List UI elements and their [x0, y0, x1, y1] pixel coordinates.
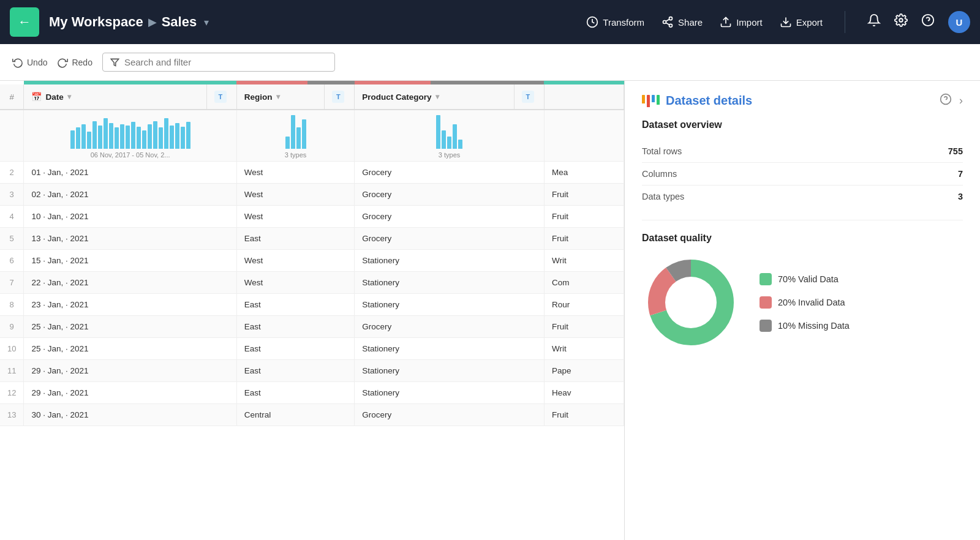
redo-icon [57, 57, 68, 68]
panel-chart-icon [642, 95, 660, 107]
panel-help-button[interactable] [940, 93, 952, 108]
search-box[interactable] [102, 53, 335, 72]
back-button[interactable]: ← [10, 7, 39, 37]
cell-category: Stationery [355, 250, 545, 272]
table-row[interactable]: 4 10 · Jan, · 2021 West Grocery Fruit [0, 206, 624, 228]
overview-row: Total rows755 [642, 140, 963, 163]
table-row[interactable]: 12 29 · Jan, · 2021 East Stationery Heav [0, 382, 624, 404]
toolbar: Undo Redo [0, 44, 980, 81]
table-row[interactable]: 7 22 · Jan, · 2021 West Stationery Com [0, 272, 624, 294]
cell-category: Stationery [355, 360, 545, 382]
import-button[interactable]: Import [720, 16, 763, 28]
cell-category: Stationery [355, 294, 545, 316]
transform-icon [586, 16, 598, 28]
cell-date: 30 · Jan, · 2021 [24, 404, 236, 426]
cell-num: 11 [0, 360, 24, 382]
col-t2: T [325, 84, 355, 110]
table-row[interactable]: 13 30 · Jan, · 2021 Central Grocery Frui… [0, 404, 624, 426]
overview-label: Total rows [642, 146, 682, 156]
overview-rows: Total rows755Columns7Data types3 [642, 140, 963, 208]
col-date[interactable]: 📅 Date ▾ [24, 84, 206, 110]
header-row: # 📅 Date ▾ T Region ▾ [0, 84, 624, 110]
notification-button[interactable] [867, 13, 881, 31]
date-bar-chart [70, 115, 190, 149]
export-button[interactable]: Export [780, 16, 823, 28]
svg-marker-11 [111, 59, 118, 66]
table-row[interactable]: 10 25 · Jan, · 2021 East Stationery Writ [0, 338, 624, 360]
cell-num: 7 [0, 272, 24, 294]
donut-svg [642, 253, 740, 351]
svg-line-5 [666, 19, 669, 21]
legend-label: 70% Valid Data [778, 274, 839, 284]
transform-button[interactable]: Transform [586, 16, 644, 28]
back-arrow-icon: ← [18, 14, 31, 30]
cell-num: 3 [0, 184, 24, 206]
mini-region-chart: 3 types [236, 110, 355, 162]
table-wrapper[interactable]: # 📅 Date ▾ T Region ▾ [0, 81, 624, 540]
cell-num: 12 [0, 382, 24, 404]
col-category[interactable]: Product Category ▾ [355, 84, 514, 110]
col-num: # [0, 84, 24, 110]
undo-button[interactable]: Undo [12, 57, 47, 68]
table-row[interactable]: 11 29 · Jan, · 2021 East Stationery Pape [0, 360, 624, 382]
table-row[interactable]: 8 23 · Jan, · 2021 East Stationery Rour [0, 294, 624, 316]
cell-num: 13 [0, 404, 24, 426]
cell-sub: Com [544, 272, 624, 294]
main-content: # 📅 Date ▾ T Region ▾ [0, 81, 980, 540]
overview-value: 7 [958, 169, 963, 179]
cell-date: 10 · Jan, · 2021 [24, 206, 236, 228]
dataset-dropdown-icon[interactable]: ▾ [204, 17, 209, 28]
svg-point-3 [669, 24, 673, 27]
table-row[interactable]: 3 02 · Jan, · 2021 West Grocery Fruit [0, 184, 624, 206]
panel-expand-button[interactable]: › [959, 94, 963, 107]
redo-button[interactable]: Redo [57, 57, 92, 68]
search-input[interactable] [124, 57, 327, 67]
cell-date: 15 · Jan, · 2021 [24, 250, 236, 272]
cell-region: East [236, 360, 355, 382]
cell-date: 13 · Jan, · 2021 [24, 228, 236, 250]
table-row[interactable]: 5 13 · Jan, · 2021 East Grocery Fruit [0, 228, 624, 250]
sort-region-icon[interactable]: ▾ [276, 92, 280, 101]
table-row[interactable]: 6 15 · Jan, · 2021 West Stationery Writ [0, 250, 624, 272]
section-divider [642, 220, 963, 220]
cell-region: East [236, 316, 355, 338]
cell-region: West [236, 272, 355, 294]
overview-row: Data types3 [642, 186, 963, 208]
table-section: # 📅 Date ▾ T Region ▾ [0, 81, 625, 540]
col-t3: T [514, 84, 544, 110]
cell-sub: Writ [544, 250, 624, 272]
date-chart-label: 06 Nov, 2017 - 05 Nov, 2... [91, 151, 170, 159]
table-row[interactable]: 2 01 · Jan, · 2021 West Grocery Mea [0, 162, 624, 184]
nav-icons: U [867, 11, 970, 33]
avatar: U [948, 11, 970, 33]
settings-button[interactable] [894, 13, 908, 31]
table-row[interactable]: 9 25 · Jan, · 2021 East Grocery Fruit [0, 316, 624, 338]
help-button[interactable] [921, 13, 935, 31]
data-table: # 📅 Date ▾ T Region ▾ [0, 81, 624, 426]
cell-num: 4 [0, 206, 24, 228]
col-region[interactable]: Region ▾ [236, 84, 325, 110]
panel-title-row: Dataset details [642, 94, 752, 108]
cell-region: East [236, 228, 355, 250]
overview-label: Data types [642, 192, 684, 201]
panel-header: Dataset details › [642, 93, 963, 108]
nav-divider [845, 11, 845, 33]
overview-value: 3 [958, 192, 963, 201]
svg-point-17 [665, 277, 717, 328]
cell-region: East [236, 338, 355, 360]
sort-date-icon[interactable]: ▾ [67, 92, 71, 101]
workspace-name: My Workspace [49, 14, 143, 30]
mini-date-chart: 06 Nov, 2017 - 05 Nov, 2... [24, 110, 236, 162]
cell-sub: Rour [544, 294, 624, 316]
cell-sub: Pape [544, 360, 624, 382]
quality-chart-area: 70% Valid Data20% Invalid Data10% Missin… [642, 253, 963, 351]
overview-row: Columns7 [642, 163, 963, 186]
cell-category: Grocery [355, 228, 545, 250]
table-body: 06 Nov, 2017 - 05 Nov, 2... 3 types [0, 110, 624, 426]
share-button[interactable]: Share [662, 16, 703, 28]
panel-title: Dataset details [666, 94, 752, 108]
gear-icon [894, 13, 908, 27]
mini-chart-row: 06 Nov, 2017 - 05 Nov, 2... 3 types [0, 110, 624, 162]
sort-category-icon[interactable]: ▾ [435, 92, 439, 101]
cell-category: Grocery [355, 316, 545, 338]
